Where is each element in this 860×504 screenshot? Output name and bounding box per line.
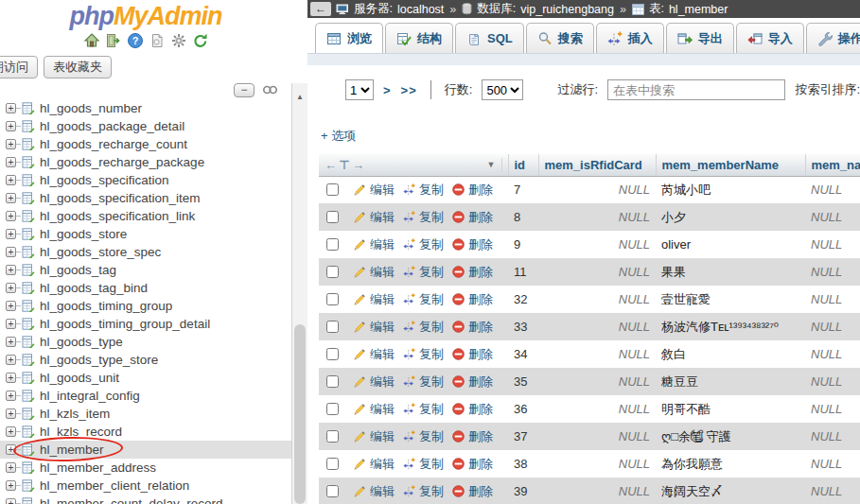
expand-icon[interactable]: + [6, 121, 16, 131]
row-checkbox[interactable] [326, 430, 339, 443]
sidebar-item-hl_goods_package_detail[interactable]: +hl_goods_package_detail [0, 117, 291, 135]
row-checkbox[interactable] [326, 375, 339, 388]
expand-icon[interactable]: + [6, 426, 16, 437]
delete-link[interactable]: 删除 [452, 236, 493, 253]
breadcrumb-server-link[interactable]: localhost [397, 3, 444, 16]
delete-link[interactable]: 删除 [452, 264, 493, 281]
edit-link[interactable]: 编辑 [353, 291, 395, 308]
scrollbar-thumb[interactable] [294, 324, 306, 504]
next-page-link[interactable]: > [383, 83, 392, 97]
sidebar-item-hl_goods_unit[interactable]: +hl_goods_unit [0, 369, 291, 387]
sidebar-item-hl_goods_type_store[interactable]: +hl_goods_type_store [0, 351, 291, 369]
expand-icon[interactable]: + [6, 444, 16, 455]
sidebar-item-hl_goods_recharge_count[interactable]: +hl_goods_recharge_count [0, 135, 291, 153]
edit-link[interactable]: 编辑 [353, 319, 395, 336]
sidebar-item-hl_goods_specification[interactable]: +hl_goods_specification [0, 171, 291, 189]
column-header-mem_memberName[interactable]: mem_memberName [656, 154, 805, 176]
delete-link[interactable]: 删除 [452, 319, 493, 336]
copy-link[interactable]: 复制 [403, 374, 444, 391]
copy-link[interactable]: 复制 [403, 264, 444, 281]
delete-link[interactable]: 删除 [452, 483, 493, 500]
row-checkbox[interactable] [326, 321, 339, 333]
copy-link[interactable]: 复制 [403, 209, 444, 226]
edit-link[interactable]: 编辑 [353, 428, 395, 445]
row-checkbox[interactable] [326, 403, 339, 415]
copy-link[interactable]: 复制 [403, 346, 444, 363]
row-checkbox[interactable] [326, 183, 339, 196]
sidebar-item-hl_member_count_delay_record[interactable]: +hl_member_count_delay_record [0, 495, 291, 504]
collapse-all-button[interactable]: − [234, 83, 254, 97]
sidebar-item-hl_member_address[interactable]: +hl_member_address [0, 459, 291, 477]
row-checkbox[interactable] [326, 266, 339, 278]
expand-icon[interactable]: + [6, 498, 16, 504]
last-page-link[interactable]: >> [401, 83, 417, 97]
copy-link[interactable]: 复制 [403, 182, 444, 199]
tab-sql[interactable]: SQL [455, 23, 524, 53]
expand-icon[interactable]: + [6, 247, 16, 257]
sidebar-item-hl_goods_store_spec[interactable]: +hl_goods_store_spec [0, 243, 291, 261]
edit-link[interactable]: 编辑 [353, 209, 395, 226]
sidebar-item-hl_goods_type[interactable]: +hl_goods_type [0, 333, 291, 351]
row-checkbox[interactable] [326, 293, 339, 305]
tab-recent-tables[interactable]: 近期访问 [0, 56, 38, 78]
expand-icon[interactable]: + [6, 355, 16, 365]
tab-export[interactable]: 导出 [666, 23, 734, 53]
expand-icon[interactable]: + [6, 103, 16, 113]
expand-icon[interactable]: + [6, 337, 16, 347]
row-checkbox[interactable] [326, 458, 339, 470]
copy-link[interactable]: 复制 [403, 236, 444, 253]
expand-icon[interactable]: + [6, 139, 16, 149]
help-icon[interactable]: ? [127, 32, 144, 49]
tab-favorite-tables[interactable]: 表收藏夹 [44, 56, 112, 78]
sidebar-item-hl_goods_timing_group[interactable]: +hl_goods_timing_group [0, 297, 291, 315]
edit-link[interactable]: 编辑 [353, 483, 395, 500]
expand-icon[interactable]: + [6, 211, 16, 221]
sort-dropdown-icon[interactable]: ▼ [487, 160, 501, 169]
delete-link[interactable]: 删除 [452, 374, 493, 391]
back-button[interactable]: ← [310, 2, 331, 16]
breadcrumb-table-link[interactable]: hl_member [669, 3, 728, 16]
tab-structure[interactable]: 结构 [385, 23, 453, 53]
expand-icon[interactable]: + [6, 408, 16, 419]
sidebar-item-hl_goods_specification_link[interactable]: +hl_goods_specification_link [0, 207, 291, 225]
edit-link[interactable]: 编辑 [353, 456, 395, 473]
edit-link[interactable]: 编辑 [353, 346, 395, 363]
column-header-mem_isRfidCard[interactable]: mem_isRfidCard [538, 154, 656, 176]
tab-search[interactable]: 搜索 [526, 23, 594, 53]
expand-icon[interactable]: + [6, 373, 16, 383]
sidebar-item-hl_member_client_relation[interactable]: +hl_member_client_relation [0, 477, 291, 495]
link-icon[interactable] [262, 84, 278, 96]
delete-link[interactable]: 删除 [452, 456, 493, 473]
copy-link[interactable]: 复制 [403, 456, 444, 473]
edit-link[interactable]: 编辑 [353, 401, 395, 418]
copy-link[interactable]: 复制 [403, 401, 444, 418]
expand-icon[interactable]: + [6, 391, 16, 401]
column-header-id[interactable]: id [508, 154, 538, 176]
sidebar-item-hl_member[interactable]: +hl_member [0, 441, 291, 459]
edit-link[interactable]: 编辑 [353, 264, 395, 281]
sidebar-item-hl_goods_specification_item[interactable]: +hl_goods_specification_item [0, 189, 291, 207]
rows-select[interactable]: 500 [482, 79, 523, 100]
sidebar-item-hl_goods_recharge_package[interactable]: +hl_goods_recharge_package [0, 153, 291, 171]
home-icon[interactable] [83, 32, 100, 49]
settings-icon[interactable] [170, 32, 187, 49]
delete-link[interactable]: 删除 [452, 209, 493, 226]
sidebar-item-hl_goods_tag_bind[interactable]: +hl_goods_tag_bind [0, 279, 291, 297]
copy-link[interactable]: 复制 [403, 428, 444, 445]
delete-link[interactable]: 删除 [452, 428, 493, 445]
delete-link[interactable]: 删除 [452, 182, 493, 199]
delete-link[interactable]: 删除 [452, 346, 493, 363]
column-header-mem_name[interactable]: mem_name [805, 154, 860, 176]
tab-insert[interactable]: 插入 [596, 23, 664, 53]
expand-icon[interactable]: + [6, 283, 16, 293]
sidebar-item-hl_goods_tag[interactable]: +hl_goods_tag [0, 261, 291, 279]
docs-icon[interactable] [149, 32, 166, 49]
exit-icon[interactable] [105, 32, 122, 49]
sidebar-scrollbar[interactable]: ▲ [291, 83, 307, 504]
edit-link[interactable]: 编辑 [353, 236, 395, 253]
row-checkbox[interactable] [326, 211, 339, 223]
expand-icon[interactable]: + [6, 229, 16, 239]
expand-icon[interactable]: + [6, 319, 16, 329]
options-toggle[interactable]: + 选项 [321, 128, 860, 145]
tab-browse[interactable]: 浏览 [315, 23, 383, 53]
